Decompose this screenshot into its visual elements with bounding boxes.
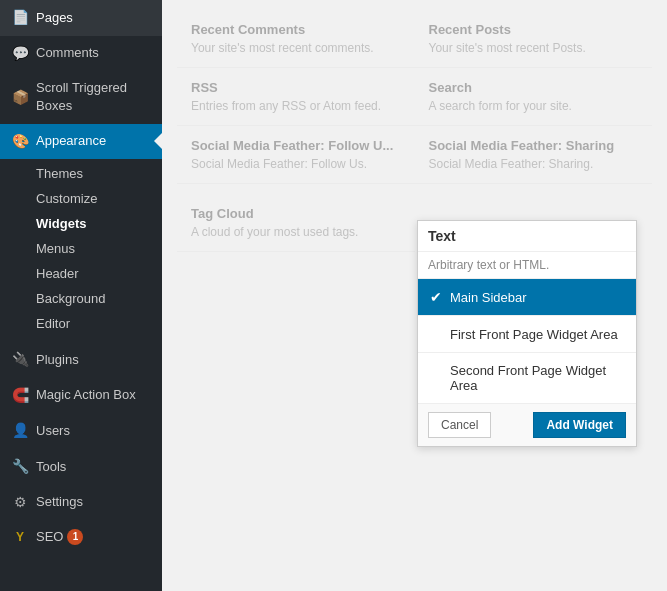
widget-search: Search A search form for your site. <box>415 68 653 126</box>
pages-icon: 📄 <box>10 8 30 28</box>
sidebar-item-tools[interactable]: 🔧 Tools <box>0 449 162 485</box>
sidebar-item-label: Comments <box>36 44 99 62</box>
sidebar-item-pages[interactable]: 📄 Pages <box>0 0 162 36</box>
plugins-icon: 🔌 <box>10 350 30 370</box>
widget-desc: Your site's most recent comments. <box>191 41 401 55</box>
sidebar-item-plugins[interactable]: 🔌 Plugins <box>0 342 162 378</box>
popup-option-first-front-page[interactable]: ✔ First Front Page Widget Area <box>418 316 636 353</box>
sidebar-sub-menus[interactable]: Menus <box>0 236 162 261</box>
sidebar-sub-themes[interactable]: Themes <box>0 161 162 186</box>
sidebar-sub-header[interactable]: Header <box>0 261 162 286</box>
sidebar-sub-editor[interactable]: Editor <box>0 311 162 336</box>
sidebar-item-scroll-triggered[interactable]: 📦 Scroll Triggered Boxes <box>0 71 162 123</box>
widget-title: Social Media Feather: Follow U... <box>191 138 401 153</box>
sidebar-item-label: Tools <box>36 458 66 476</box>
widget-title: Recent Comments <box>191 22 401 37</box>
sidebar-item-magic-action-box[interactable]: 🧲 Magic Action Box <box>0 378 162 414</box>
sidebar: 📄 Pages 💬 Comments 📦 Scroll Triggered Bo… <box>0 0 162 591</box>
sidebar-item-label: Settings <box>36 493 83 511</box>
users-icon: 👤 <box>10 421 30 441</box>
sidebar-item-label: Scroll Triggered Boxes <box>36 79 152 115</box>
sidebar-sub-background[interactable]: Background <box>0 286 162 311</box>
seo-badge: 1 <box>67 529 83 545</box>
sidebar-sub-customize[interactable]: Customize <box>0 186 162 211</box>
appearance-icon: 🎨 <box>10 132 30 152</box>
cancel-button[interactable]: Cancel <box>428 412 491 438</box>
sidebar-item-label: Appearance <box>36 132 106 150</box>
sidebar-item-label: Plugins <box>36 351 79 369</box>
widget-title: Search <box>429 80 639 95</box>
sidebar-item-label: SEO <box>36 528 63 546</box>
popup-option-second-front-page[interactable]: ✔ Second Front Page Widget Area <box>418 353 636 404</box>
widget-name-input[interactable] <box>418 221 636 252</box>
widget-desc: Your site's most recent Posts. <box>429 41 639 55</box>
widget-desc: Social Media Feather: Sharing. <box>429 157 639 171</box>
widget-recent-comments: Recent Comments Your site's most recent … <box>177 10 415 68</box>
widget-recent-posts: Recent Posts Your site's most recent Pos… <box>415 10 653 68</box>
sidebar-item-users[interactable]: 👤 Users <box>0 413 162 449</box>
sidebar-item-settings[interactable]: ⚙ Settings <box>0 485 162 521</box>
option-label: Second Front Page Widget Area <box>450 363 624 393</box>
widget-tag-cloud: Tag Cloud A cloud of your most used tags… <box>177 194 415 252</box>
widgets-grid: Recent Comments Your site's most recent … <box>162 0 667 194</box>
widget-desc: A cloud of your most used tags. <box>191 225 401 239</box>
settings-icon: ⚙ <box>10 493 30 513</box>
seo-icon: Y <box>10 529 30 546</box>
widget-title: Tag Cloud <box>191 206 401 221</box>
add-widget-button[interactable]: Add Widget <box>533 412 626 438</box>
sidebar-item-seo[interactable]: Y SEO 1 <box>0 520 162 554</box>
check-icon: ✔ <box>430 289 442 305</box>
widget-desc: A search form for your site. <box>429 99 639 113</box>
sidebar-sub-widgets[interactable]: Widgets <box>0 211 162 236</box>
widget-social-sharing: Social Media Feather: Sharing Social Med… <box>415 126 653 184</box>
widget-title: RSS <box>191 80 401 95</box>
widget-rss: RSS Entries from any RSS or Atom feed. <box>177 68 415 126</box>
widget-title: Social Media Feather: Sharing <box>429 138 639 153</box>
sidebar-item-comments[interactable]: 💬 Comments <box>0 36 162 72</box>
add-widget-popup: Arbitrary text or HTML. ✔ Main Sidebar ✔… <box>417 220 637 447</box>
option-label: Main Sidebar <box>450 290 527 305</box>
sidebar-item-appearance[interactable]: 🎨 Appearance <box>0 124 162 160</box>
option-label: First Front Page Widget Area <box>450 327 618 342</box>
widget-desc: Social Media Feather: Follow Us. <box>191 157 401 171</box>
popup-option-main-sidebar[interactable]: ✔ Main Sidebar <box>418 279 636 316</box>
sidebar-item-label: Pages <box>36 9 73 27</box>
widget-social-follow: Social Media Feather: Follow U... Social… <box>177 126 415 184</box>
widget-title: Recent Posts <box>429 22 639 37</box>
sidebar-item-label: Users <box>36 422 70 440</box>
appearance-submenu: Themes Customize Widgets Menus Header Ba… <box>0 159 162 342</box>
popup-hint: Arbitrary text or HTML. <box>418 252 636 279</box>
scroll-icon: 📦 <box>10 88 30 108</box>
sidebar-item-label: Magic Action Box <box>36 386 136 404</box>
widget-desc: Entries from any RSS or Atom feed. <box>191 99 401 113</box>
main-content: Recent Comments Your site's most recent … <box>162 0 667 591</box>
magic-icon: 🧲 <box>10 386 30 406</box>
tools-icon: 🔧 <box>10 457 30 477</box>
comments-icon: 💬 <box>10 44 30 64</box>
popup-actions: Cancel Add Widget <box>418 404 636 446</box>
